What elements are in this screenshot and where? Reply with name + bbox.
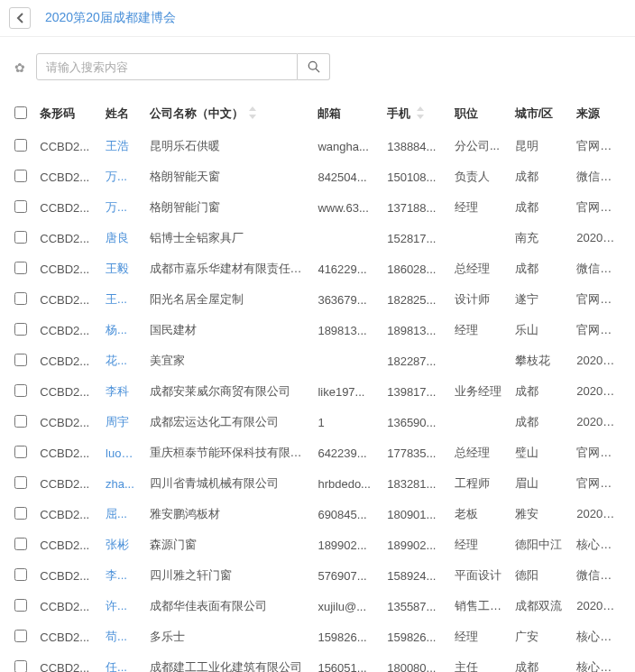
cell-company: 铝博士全铝家具厂	[144, 223, 313, 253]
col-email[interactable]: 邮箱	[312, 97, 382, 131]
row-checkbox[interactable]	[14, 415, 27, 428]
row-checkbox[interactable]	[14, 476, 27, 489]
col-source[interactable]: 来源	[571, 97, 626, 131]
row-checkbox[interactable]	[14, 660, 27, 672]
col-barcode[interactable]: 条形码	[34, 97, 100, 131]
row-checkbox[interactable]	[14, 446, 27, 458]
cell-company: 四川雅之轩门窗	[144, 560, 313, 591]
cell-name[interactable]: 任...	[100, 652, 143, 672]
cell-name[interactable]: 王...	[100, 284, 143, 315]
cell-company: 格朗智能门窗	[144, 192, 313, 223]
cell-phone: 189902...	[382, 529, 449, 560]
cell-phone: 183281...	[382, 468, 449, 499]
search-input[interactable]	[36, 53, 298, 80]
row-checkbox[interactable]	[14, 323, 27, 336]
col-city[interactable]: 城市/区	[510, 97, 572, 131]
gear-icon[interactable]: ✿	[14, 60, 25, 75]
cell-email: 690845...	[312, 499, 382, 529]
row-checkbox[interactable]	[14, 354, 27, 366]
cell-barcode: CCBD2...	[34, 315, 100, 345]
svg-point-0	[308, 61, 317, 69]
cell-name[interactable]: 唐良	[100, 223, 143, 253]
cell-name[interactable]: 杨...	[100, 315, 143, 345]
back-button[interactable]	[9, 7, 31, 29]
cell-email: hrbdedo...	[312, 468, 382, 499]
table-row: CCBD2...苟...多乐士159826...159826...经理广安核心买…	[9, 621, 626, 652]
col-company-label: 公司名称（中文）	[150, 106, 244, 120]
table-row: CCBD2...王浩昆明乐石供暖wangha...138884...分公司...…	[9, 131, 626, 161]
cell-city: 成都双流	[510, 591, 572, 621]
row-checkbox[interactable]	[14, 170, 27, 182]
row-checkbox[interactable]	[14, 231, 27, 244]
cell-name[interactable]: 屈...	[100, 499, 143, 529]
cell-name[interactable]: zha...	[100, 468, 143, 499]
cell-source: 官网登记	[571, 131, 626, 161]
cell-name[interactable]: 苟...	[100, 621, 143, 652]
cell-name[interactable]: 张彬	[100, 529, 143, 560]
col-position[interactable]: 职位	[449, 97, 510, 131]
cell-company: 成都宏运达化工有限公司	[144, 407, 313, 437]
cell-name[interactable]: 李科	[100, 376, 143, 407]
row-checkbox[interactable]	[14, 200, 27, 213]
row-checkbox[interactable]	[14, 384, 27, 397]
cell-position: 总经理	[449, 253, 510, 284]
row-checkbox[interactable]	[14, 599, 27, 612]
chevron-left-icon	[16, 13, 23, 23]
cell-source: 微信服...	[571, 161, 626, 192]
cell-name[interactable]: 万...	[100, 161, 143, 192]
cell-source: 2020届...	[571, 223, 626, 253]
cell-name[interactable]: 花...	[100, 345, 143, 376]
col-name[interactable]: 姓名	[100, 97, 143, 131]
cell-source: 2020届...	[571, 407, 626, 437]
row-checkbox[interactable]	[14, 139, 27, 152]
cell-name[interactable]: 王浩	[100, 131, 143, 161]
cell-city: 成都	[510, 652, 572, 672]
search-button[interactable]	[298, 53, 330, 80]
row-checkbox[interactable]	[14, 630, 27, 642]
table-row: CCBD2...许...成都华佳表面有限公司xujilu@...135587..…	[9, 591, 626, 621]
cell-name[interactable]: 王毅	[100, 253, 143, 284]
select-all-checkbox[interactable]	[14, 106, 27, 119]
cell-source: 核心买...	[571, 621, 626, 652]
breadcrumb[interactable]: 2020第20届成都建博会	[45, 10, 176, 26]
cell-phone: 150108...	[382, 161, 449, 192]
cell-city: 昆明	[510, 131, 572, 161]
cell-source: 官网登记	[571, 284, 626, 315]
cell-phone: 137188...	[382, 192, 449, 223]
table-row: CCBD2...王...阳光名居全屋定制363679...182825...设计…	[9, 284, 626, 315]
row-checkbox[interactable]	[14, 507, 27, 520]
sort-icon	[416, 106, 425, 122]
cell-name[interactable]: 李...	[100, 560, 143, 591]
cell-barcode: CCBD2...	[34, 591, 100, 621]
cell-company: 美宜家	[144, 345, 313, 376]
cell-barcode: CCBD2...	[34, 376, 100, 407]
cell-company: 重庆桓泰节能环保科技有限公司	[144, 437, 313, 468]
cell-name[interactable]: 许...	[100, 591, 143, 621]
row-checkbox[interactable]	[14, 262, 27, 274]
cell-company: 昆明乐石供暖	[144, 131, 313, 161]
cell-barcode: CCBD2...	[34, 621, 100, 652]
cell-position: 主任	[449, 652, 510, 672]
cell-barcode: CCBD2...	[34, 161, 100, 192]
cell-source: 核心买...	[571, 529, 626, 560]
cell-email: 842504...	[312, 161, 382, 192]
search-icon	[308, 60, 320, 73]
cell-position: 经理	[449, 315, 510, 345]
col-phone[interactable]: 手机	[382, 97, 449, 131]
cell-name[interactable]: 周宇	[100, 407, 143, 437]
cell-company: 阳光名居全屋定制	[144, 284, 313, 315]
col-company[interactable]: 公司名称（中文）	[144, 97, 313, 131]
cell-name[interactable]: 万...	[100, 192, 143, 223]
row-checkbox[interactable]	[14, 568, 27, 581]
cell-position: 经理	[449, 621, 510, 652]
cell-barcode: CCBD2...	[34, 284, 100, 315]
cell-position: 设计师	[449, 284, 510, 315]
cell-email: www.63...	[312, 192, 382, 223]
cell-barcode: CCBD2...	[34, 131, 100, 161]
cell-barcode: CCBD2...	[34, 468, 100, 499]
row-checkbox[interactable]	[14, 292, 27, 305]
cell-email: 576907...	[312, 560, 382, 591]
cell-name[interactable]: luowei	[100, 437, 143, 468]
cell-email: 156051...	[312, 652, 382, 672]
row-checkbox[interactable]	[14, 538, 27, 550]
